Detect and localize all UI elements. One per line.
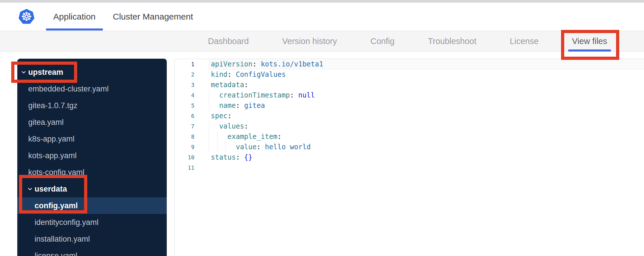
token-punc: : [244, 81, 248, 89]
code-line-2[interactable]: 2kind: ConfigValues [175, 69, 644, 80]
subnav-tab-view-files[interactable]: View files [572, 31, 607, 51]
code-line-7[interactable]: 7 values: [175, 121, 644, 131]
subnav-tab-version-history[interactable]: Version history [282, 31, 337, 51]
header-tab-application[interactable]: Application [46, 3, 103, 31]
indent-guide [217, 142, 217, 152]
header-tab-cluster-management[interactable]: Cluster Management [106, 3, 200, 31]
header-tabs: ApplicationCluster Management [46, 3, 200, 31]
tree-file-identityconfig-yaml[interactable]: identityconfig.yaml [17, 214, 167, 231]
code-line-4[interactable]: 4 creationTimestamp: null [175, 90, 644, 100]
subnav-tab-label: View files [572, 37, 607, 46]
tree-file-gitea-1-0-7-tgz[interactable]: gitea-1.0.7.tgz [17, 97, 167, 114]
subnav-tab-config[interactable]: Config [370, 31, 395, 51]
token-plain [294, 91, 298, 99]
tree-file-installation-yaml[interactable]: installation.yaml [17, 231, 167, 247]
code-line-content: values: [208, 121, 644, 131]
token-plain [261, 143, 265, 151]
token-key: creationTimestamp [219, 91, 290, 99]
indent-guide [217, 131, 217, 142]
code-line-5[interactable]: 5 name: gitea [175, 100, 644, 111]
tree-file-license-yaml[interactable]: license.yaml [17, 247, 167, 256]
token-str: hello world [265, 143, 311, 151]
indent-guide [209, 90, 209, 100]
line-number: 6 [175, 111, 208, 121]
token-plain [240, 102, 244, 110]
tree-file-kots-config-yaml[interactable]: kots-config.yaml [17, 164, 167, 181]
token-punc: : [236, 102, 240, 110]
token-plain [257, 60, 261, 68]
token-punc: : [257, 143, 261, 151]
tree-item-label: userdata [35, 185, 67, 194]
line-number: 1 [175, 59, 208, 69]
chevron-down-icon [21, 69, 26, 75]
token-plain [211, 143, 236, 151]
app-subnav: DashboardVersion historyConfigTroublesho… [0, 31, 644, 52]
window-top-strip [0, 0, 644, 3]
token-plain [232, 70, 236, 79]
code-line-content: value: hello world [208, 142, 644, 152]
code-line-9[interactable]: 9 value: hello world [175, 142, 644, 152]
line-number: 5 [175, 100, 208, 111]
tree-file-gitea-yaml[interactable]: gitea.yaml [17, 114, 167, 131]
tree-folder-userdata[interactable]: userdata [17, 181, 167, 197]
subnav-tab-license[interactable]: License [510, 31, 539, 51]
tree-folder-upstream[interactable]: upstream [17, 64, 167, 81]
tree-item-label: identityconfig.yaml [35, 218, 99, 227]
token-kw: null [298, 91, 315, 99]
tree-item-label: embedded-cluster.yaml [28, 85, 109, 93]
code-line-content: kind: ConfigValues [208, 69, 644, 80]
token-key: metadata [211, 81, 244, 89]
token-punc: : [290, 91, 294, 99]
yaml-file-viewer[interactable]: 1apiVersion: kots.io/v1beta12kind: Confi… [174, 59, 644, 256]
line-number: 8 [175, 131, 208, 142]
token-plain [211, 133, 228, 141]
token-key: spec [211, 112, 228, 120]
code-line-1[interactable]: 1apiVersion: kots.io/v1beta1 [175, 59, 644, 69]
kubernetes-wheel-glyph: ☸ [21, 9, 32, 24]
tree-item-label: license.yaml [35, 251, 77, 256]
chevron-down-icon [27, 186, 33, 192]
tree-file-kots-app-yaml[interactable]: kots-app.yaml [17, 147, 167, 164]
token-plain [211, 91, 219, 99]
tree-item-label: gitea-1.0.7.tgz [28, 101, 77, 110]
code-line-content: name: gitea [208, 100, 644, 111]
token-key: values [219, 122, 244, 130]
indent-guide [209, 142, 209, 152]
token-key: name [219, 102, 236, 110]
code-line-6[interactable]: 6spec: [175, 111, 644, 121]
tree-item-label: upstream [28, 68, 63, 77]
subnav-tab-label: Config [370, 37, 395, 46]
line-number: 9 [175, 142, 208, 152]
subnav-tab-dashboard[interactable]: Dashboard [208, 31, 249, 51]
token-punc: : [253, 60, 257, 68]
line-number: 4 [175, 90, 208, 100]
tree-item-label: k8s-app.yaml [28, 135, 75, 144]
indent-guide [226, 142, 226, 152]
active-subnav-underline [568, 49, 611, 51]
subnav-tab-label: Troubleshoot [428, 37, 476, 46]
tree-item-label: gitea.yaml [28, 118, 64, 127]
tree-item-label: kots-config.yaml [28, 168, 84, 177]
code-line-3[interactable]: 3metadata: [175, 80, 644, 90]
code-line-10[interactable]: 10status: {} [175, 152, 644, 163]
code-line-11[interactable]: 11 [175, 163, 644, 173]
token-key: apiVersion [211, 60, 253, 68]
app-header: ☸ ApplicationCluster Management [0, 3, 644, 31]
line-number: 2 [175, 69, 208, 80]
tree-file-config-yaml[interactable]: config.yaml [17, 197, 167, 214]
tree-file-embedded-cluster-yaml[interactable]: embedded-cluster.yaml [17, 81, 167, 97]
code-line-content: metadata: [208, 80, 644, 90]
code-line-8[interactable]: 8 example_item: [175, 131, 644, 142]
subnav-tab-label: License [510, 37, 539, 46]
token-str: kots.io/v1beta1 [261, 60, 323, 68]
token-plain [211, 122, 219, 130]
token-str: gitea [244, 102, 265, 110]
code-line-content: status: {} [208, 152, 644, 163]
token-punc: : [277, 133, 281, 141]
kubernetes-logo-icon: ☸ [18, 9, 35, 24]
token-key: value [236, 143, 257, 151]
tree-file-k8s-app-yaml[interactable]: k8s-app.yaml [17, 131, 167, 147]
code-line-content: spec: [208, 111, 644, 121]
subnav-tab-troubleshoot[interactable]: Troubleshoot [428, 31, 476, 51]
active-tab-underline [46, 28, 103, 30]
